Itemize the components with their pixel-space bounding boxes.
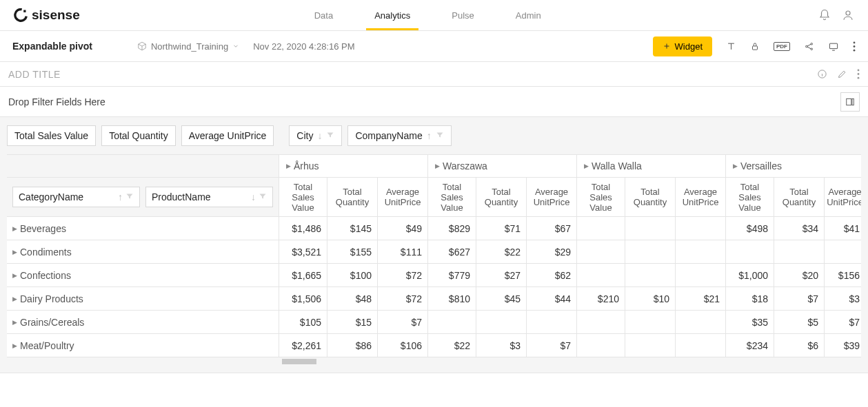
data-cell: $3,521 xyxy=(279,240,327,263)
data-cell xyxy=(527,311,577,333)
data-cell: $498 xyxy=(726,217,774,240)
data-cell: $72 xyxy=(378,264,428,286)
fields-panel-icon[interactable] xyxy=(840,92,860,112)
row-dim-chip[interactable]: CategoryName↑ xyxy=(12,187,140,207)
text-icon[interactable] xyxy=(726,41,736,52)
data-cell: $49 xyxy=(378,217,428,240)
data-cell: $779 xyxy=(428,264,476,286)
info-icon[interactable] xyxy=(817,69,827,79)
nav-tab-pulse[interactable]: Pulse xyxy=(452,0,474,30)
nav-tab-admin[interactable]: Admin xyxy=(516,0,541,30)
city-header[interactable]: ▶Versailles xyxy=(726,155,861,178)
measure-chip[interactable]: Average UnitPrice xyxy=(181,125,274,146)
measure-header: Total Quantity xyxy=(774,178,825,217)
data-cell: $22 xyxy=(428,334,476,357)
pencil-icon[interactable] xyxy=(837,69,847,79)
expand-icon[interactable]: ▶ xyxy=(286,163,291,169)
svg-point-5 xyxy=(811,48,813,50)
nav-tab-analytics[interactable]: Analytics xyxy=(374,0,410,30)
toolbar-icons: PDF xyxy=(726,41,856,52)
data-cell xyxy=(625,240,676,263)
data-cell: $62 xyxy=(527,264,577,286)
data-cell: $3 xyxy=(476,334,527,357)
horizontal-scrollbar[interactable] xyxy=(7,357,861,366)
chevron-down-icon xyxy=(232,43,239,50)
kebab-icon[interactable] xyxy=(857,69,860,79)
data-cell xyxy=(625,264,676,286)
kebab-icon[interactable] xyxy=(853,41,856,52)
category-row[interactable]: ▶Dairy Products xyxy=(7,287,279,310)
data-cell: $7 xyxy=(527,334,577,357)
pdf-icon[interactable]: PDF xyxy=(774,42,790,51)
city-header[interactable]: ▶Walla Walla xyxy=(577,155,726,178)
column-dim-chip[interactable]: CompanyName↑ xyxy=(347,125,451,146)
expand-icon[interactable]: ▶ xyxy=(12,272,17,279)
monitor-icon[interactable] xyxy=(828,41,839,52)
svg-rect-6 xyxy=(829,43,837,49)
data-cell: $1,000 xyxy=(726,264,774,286)
expand-icon[interactable]: ▶ xyxy=(12,225,17,232)
data-cell xyxy=(577,264,625,286)
filter-icon[interactable] xyxy=(326,130,334,141)
measure-header: Average UnitPrice xyxy=(527,178,577,217)
city-column-group: ▶VersaillesTotal Sales ValueTotal Quanti… xyxy=(726,155,861,357)
column-dim-chip[interactable]: City↓ xyxy=(289,125,342,146)
expand-icon[interactable]: ▶ xyxy=(12,342,17,349)
data-cell xyxy=(577,311,625,333)
add-widget-button[interactable]: Widget xyxy=(653,36,712,56)
data-cell: $3 xyxy=(825,287,861,310)
filter-icon[interactable] xyxy=(436,130,444,141)
bell-icon[interactable] xyxy=(818,9,831,21)
scrollbar-thumb[interactable] xyxy=(282,359,316,364)
expand-icon[interactable]: ▶ xyxy=(733,163,738,169)
category-row[interactable]: ▶Condiments xyxy=(7,240,279,263)
data-cell: $7 xyxy=(378,311,428,333)
filter-drop-zone[interactable]: Drop Filter Fields Here xyxy=(0,87,868,117)
data-cell: $7 xyxy=(774,287,825,310)
lock-icon[interactable] xyxy=(750,41,760,52)
data-cell: $6 xyxy=(774,334,825,357)
expand-icon[interactable]: ▶ xyxy=(12,295,17,302)
top-nav: sisense DataAnalyticsPulseAdmin xyxy=(0,0,868,31)
svg-rect-14 xyxy=(847,98,851,105)
measure-header: Total Sales Value xyxy=(428,178,476,217)
city-header[interactable]: ▶Warszawa xyxy=(428,155,577,178)
data-cell: $18 xyxy=(726,287,774,310)
expand-icon[interactable]: ▶ xyxy=(584,163,589,169)
data-cell: $34 xyxy=(774,217,825,240)
nav-tab-data[interactable]: Data xyxy=(314,0,333,30)
svg-rect-0 xyxy=(23,10,26,12)
city-header[interactable]: ▶Århus xyxy=(279,155,428,178)
corner-cell xyxy=(7,155,279,178)
city-column-group: ▶WarszawaTotal Sales ValueTotal Quantity… xyxy=(428,155,577,357)
data-cell: $72 xyxy=(378,287,428,310)
data-cell: $2,261 xyxy=(279,334,327,357)
data-cell xyxy=(676,264,726,286)
expand-icon[interactable]: ▶ xyxy=(12,319,17,326)
filter-icon[interactable] xyxy=(125,191,134,202)
data-cell: $10 xyxy=(625,287,676,310)
datasource-picker[interactable]: Northwind_Training xyxy=(137,41,239,52)
data-cell: $829 xyxy=(428,217,476,240)
category-row[interactable]: ▶Confections xyxy=(7,264,279,286)
measure-chip[interactable]: Total Sales Value xyxy=(7,125,96,146)
expand-icon[interactable]: ▶ xyxy=(435,163,440,169)
pivot-widget: Total Sales ValueTotal QuantityAverage U… xyxy=(0,117,868,373)
filter-icon[interactable] xyxy=(259,191,267,202)
category-row[interactable]: ▶Grains/Cereals xyxy=(7,311,279,333)
data-cell xyxy=(625,334,676,357)
svg-point-4 xyxy=(811,43,813,45)
category-row[interactable]: ▶Beverages xyxy=(7,217,279,240)
measure-chip[interactable]: Total Quantity xyxy=(101,125,176,146)
data-cell: $21 xyxy=(676,287,726,310)
data-cell: $105 xyxy=(279,311,327,333)
data-cell xyxy=(625,217,676,240)
expand-icon[interactable]: ▶ xyxy=(12,249,17,255)
data-cell xyxy=(774,240,825,263)
data-cell: $1,506 xyxy=(279,287,327,310)
user-icon[interactable] xyxy=(842,9,854,21)
row-dim-chip[interactable]: ProductName↓ xyxy=(145,187,273,207)
category-row[interactable]: ▶Meat/Poultry xyxy=(7,334,279,357)
widget-title-input[interactable]: ADD TITLE xyxy=(8,69,61,80)
share-icon[interactable] xyxy=(804,41,814,52)
